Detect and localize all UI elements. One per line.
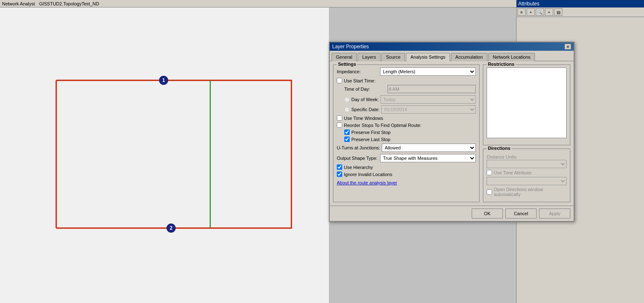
tab-accumulation[interactable]: Accumulation: [451, 53, 487, 61]
reorder-stops-label: Reorder Stops To Find Optimal Route:: [344, 123, 421, 128]
attributes-toolbar: ≡ + 🔍 + ▤: [517, 7, 644, 17]
ignore-invalid-checkbox[interactable]: [337, 171, 342, 177]
dialog-title: Layer Properties: [332, 44, 369, 50]
impedance-select[interactable]: Length (Meters): [380, 67, 476, 76]
specific-date-label: Specific Date:: [351, 107, 380, 112]
attr-btn-3[interactable]: 🔍: [536, 8, 544, 16]
preserve-last-stop-checkbox[interactable]: [344, 137, 350, 142]
use-start-time-checkbox[interactable]: [337, 78, 342, 83]
map-area: 1 2: [0, 7, 329, 303]
distance-units-label: Distance Units:: [487, 154, 517, 159]
tab-network-locations[interactable]: Network Locations: [488, 53, 535, 61]
dialog-body: Settings Impedance: Length (Meters) Use …: [330, 61, 574, 206]
tab-analysis-settings[interactable]: Analysis Settings: [406, 53, 450, 61]
dialog-close-button[interactable]: ✕: [564, 44, 571, 50]
directions-group: Directions Distance Units: Use Time Attr…: [483, 149, 570, 202]
toolbar-network-analyst[interactable]: Network Analyst: [1, 1, 36, 6]
distance-units-select: [487, 160, 567, 168]
attr-btn-4[interactable]: +: [545, 8, 553, 16]
specific-date-select: 01/10/2014: [381, 105, 476, 114]
use-time-attribute-label: Use Time Attribute:: [494, 170, 532, 175]
open-directions-row: Open Directions window automatically: [487, 187, 567, 197]
reorder-stops-checkbox[interactable]: [337, 122, 342, 128]
preserve-last-stop-label: Preserve Last Stop: [351, 137, 390, 142]
layer-properties-dialog: Layer Properties ✕ General Layers Source…: [329, 42, 574, 222]
use-time-windows-label: Use Time Windows: [344, 116, 383, 121]
map-canvas: 1 2: [0, 7, 329, 303]
preserve-last-stop-row: Preserve Last Stop: [344, 137, 476, 142]
use-hierarchy-label: Use Hierarchy: [344, 165, 373, 170]
attr-btn-2[interactable]: +: [527, 8, 535, 16]
u-turns-label: U-Turns at Junctions:: [337, 145, 380, 150]
svg-text:1: 1: [162, 77, 165, 83]
dialog-footer: OK Cancel Apply: [330, 206, 574, 221]
settings-legend: Settings: [337, 62, 357, 67]
output-shape-row: Output Shape Type: True Shape with Measu…: [337, 154, 476, 162]
svg-text:2: 2: [170, 225, 173, 231]
output-shape-label: Output Shape Type:: [337, 156, 378, 161]
use-hierarchy-row: Use Hierarchy: [337, 164, 476, 170]
preserve-first-stop-label: Preserve First Stop: [351, 130, 390, 135]
preserve-first-stop-row: Preserve First Stop: [344, 129, 476, 135]
use-start-time-label: Use Start Time:: [344, 78, 375, 83]
cancel-button[interactable]: Cancel: [505, 209, 537, 219]
day-of-week-select: Today: [380, 95, 476, 104]
time-of-day-input: [388, 85, 476, 93]
impedance-label: Impedance:: [337, 69, 378, 74]
time-of-day-label: Time of Day:: [344, 87, 386, 92]
day-of-week-label: Day of Week:: [351, 97, 379, 102]
apply-button[interactable]: Apply: [539, 209, 570, 219]
time-of-day-row: Time of Day:: [344, 85, 476, 93]
day-of-week-row: Day of Week: Today: [344, 95, 476, 104]
settings-group: Settings Impedance: Length (Meters) Use …: [333, 65, 480, 202]
open-directions-checkbox[interactable]: [487, 189, 492, 195]
attributes-title-bar: Attributes: [517, 0, 644, 7]
restrictions-legend: Restrictions: [487, 62, 516, 67]
use-start-time-row: Use Start Time:: [337, 78, 476, 83]
preserve-first-stop-checkbox[interactable]: [344, 129, 350, 135]
toolbar: Network Analyst GISSTUD2.TopologyTest_ND: [0, 0, 516, 7]
right-column: Restrictions Directions Distance Units: …: [483, 65, 570, 202]
about-route-link[interactable]: About the route analysis layer: [337, 180, 397, 185]
day-of-week-radio[interactable]: [344, 97, 350, 102]
use-time-attribute-checkbox[interactable]: [487, 170, 492, 175]
toolbar-dataset: GISSTUD2.TopologyTest_ND: [38, 1, 100, 6]
restrictions-group: Restrictions: [483, 65, 570, 145]
attr-btn-1[interactable]: ≡: [517, 8, 526, 16]
ignore-invalid-row: Ignore Invalid Locations: [337, 171, 476, 177]
tab-general[interactable]: General: [331, 53, 357, 61]
u-turns-select[interactable]: Allowed: [382, 144, 476, 152]
u-turns-row: U-Turns at Junctions: Allowed: [337, 144, 476, 152]
ok-button[interactable]: OK: [472, 209, 503, 219]
dialog-titlebar: Layer Properties ✕: [330, 42, 574, 51]
specific-date-row: Specific Date: 01/10/2014: [344, 105, 476, 114]
use-time-windows-row: Use Time Windows: [337, 115, 476, 121]
distance-units-section: Distance Units:: [487, 154, 567, 170]
reorder-stops-row: Reorder Stops To Find Optimal Route:: [337, 122, 476, 128]
specific-date-radio[interactable]: [344, 107, 350, 112]
attributes-title: Attributes: [518, 1, 540, 7]
use-time-attribute-row: Use Time Attribute:: [487, 170, 567, 175]
attr-btn-5[interactable]: ▤: [554, 8, 562, 16]
time-attribute-select: [487, 177, 567, 185]
dialog-tabs: General Layers Source Analysis Settings …: [330, 51, 574, 61]
tab-source[interactable]: Source: [381, 53, 405, 61]
ignore-invalid-label: Ignore Invalid Locations: [344, 172, 392, 177]
use-hierarchy-checkbox[interactable]: [337, 164, 342, 170]
output-shape-select[interactable]: True Shape with Measures: [380, 154, 476, 162]
impedance-row: Impedance: Length (Meters): [337, 67, 476, 76]
tab-layers[interactable]: Layers: [358, 53, 380, 61]
directions-legend: Directions: [487, 146, 512, 151]
restrictions-list[interactable]: [487, 67, 567, 138]
open-directions-label: Open Directions window automatically: [494, 187, 567, 197]
use-time-windows-checkbox[interactable]: [337, 115, 342, 121]
